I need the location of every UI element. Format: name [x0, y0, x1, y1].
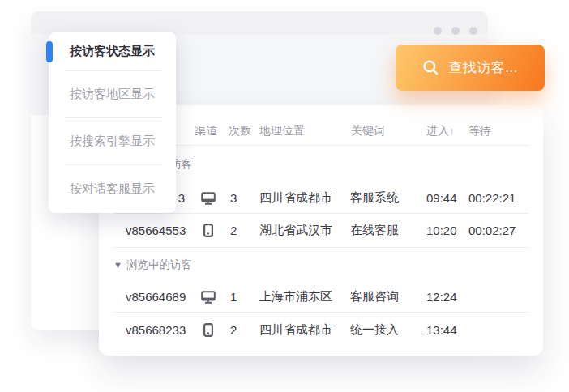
column-header-enter-label: 进入	[426, 124, 449, 137]
dropdown-item-search-engine[interactable]: 按搜索引擎显示	[49, 118, 176, 164]
visit-count: 2	[222, 224, 255, 237]
wait-duration: 00:22:21	[467, 191, 528, 205]
visitor-keyword: 统一接入	[345, 322, 425, 338]
group-header-browsing-visitors[interactable]: ▼ 浏览中的访客	[113, 248, 528, 282]
window-dot-icon[interactable]	[451, 27, 460, 35]
channel-cell	[195, 224, 222, 237]
visit-count: 1	[222, 290, 255, 304]
mobile-icon	[203, 224, 213, 237]
collapse-triangle-icon: ▼	[113, 261, 122, 270]
visitor-id: v85664553	[113, 224, 195, 237]
active-indicator	[46, 41, 53, 62]
visitor-keyword: 在线客服	[345, 223, 425, 238]
channel-cell	[195, 323, 222, 337]
enter-time: 10:20	[425, 224, 467, 237]
dropdown-item-chat-agent[interactable]: 按对话客服显示	[49, 165, 176, 213]
dropdown-item-label: 按访客地区显示	[70, 87, 155, 102]
find-visitor-button[interactable]: 查找访客...	[396, 45, 545, 91]
visitor-location: 上海市浦东区	[255, 289, 345, 305]
visitor-id: v85664689	[113, 290, 195, 304]
channel-cell	[195, 192, 222, 205]
column-header-keyword: 关键词	[345, 124, 425, 138]
column-header-wait: 等待	[467, 124, 528, 138]
visitor-keyword: 客服咨询	[345, 289, 425, 305]
find-visitor-button-label: 查找访客...	[448, 58, 518, 77]
visitor-location: 湖北省武汉市	[255, 223, 345, 238]
wait-duration: 00:02:27	[467, 224, 528, 237]
channel-cell	[195, 291, 222, 304]
page: 渠道 次数 地理位置 关键词 进入↑ 等待 ▼ 对话中的访客 3 3 四川省成都…	[0, 0, 569, 392]
dropdown-item-visitor-status[interactable]: 按访客状态显示	[49, 32, 176, 70]
visitor-row[interactable]: v85664553 2 湖北省武汉市 在线客服 10:20 00:02:27	[113, 214, 528, 248]
desktop-icon	[201, 192, 216, 205]
column-header-enter[interactable]: 进入↑	[425, 124, 467, 138]
dropdown-item-label: 按访客状态显示	[70, 44, 155, 59]
visitor-location: 四川省成都市	[255, 322, 345, 338]
visitor-row[interactable]: v85664689 1 上海市浦东区 客服咨询 12:24	[113, 282, 528, 313]
mobile-icon	[203, 323, 213, 337]
visitor-location: 四川省成都市	[255, 190, 345, 206]
group-label: 浏览中的访客	[126, 258, 192, 272]
column-header-count: 次数	[222, 124, 255, 138]
enter-time: 13:44	[425, 323, 467, 337]
window-dot-icon[interactable]	[434, 27, 442, 35]
dropdown-item-visitor-region[interactable]: 按访客地区显示	[49, 71, 176, 117]
enter-time: 09:44	[425, 191, 467, 205]
column-header-channel: 渠道	[195, 124, 222, 138]
window-titlebar	[31, 11, 488, 35]
sort-asc-icon: ↑	[449, 125, 455, 137]
visitor-id: v85668233	[113, 323, 195, 337]
window-controls	[434, 27, 477, 35]
visitor-row[interactable]: v85668233 2 四川省成都市 统一接入 13:44	[113, 313, 528, 347]
search-icon	[422, 59, 439, 76]
dropdown-item-label: 按对话客服显示	[70, 181, 155, 197]
column-header-location: 地理位置	[255, 124, 345, 138]
dropdown-item-label: 按搜索引擎显示	[70, 134, 155, 149]
visitor-keyword: 客服系统	[345, 190, 425, 206]
visit-count: 3	[222, 191, 255, 205]
desktop-icon	[201, 291, 216, 304]
visit-count: 2	[222, 323, 255, 337]
window-dot-icon[interactable]	[469, 27, 477, 35]
display-mode-dropdown: 按访客状态显示 按访客地区显示 按搜索引擎显示 按对话客服显示	[49, 32, 176, 213]
enter-time: 12:24	[425, 290, 467, 304]
